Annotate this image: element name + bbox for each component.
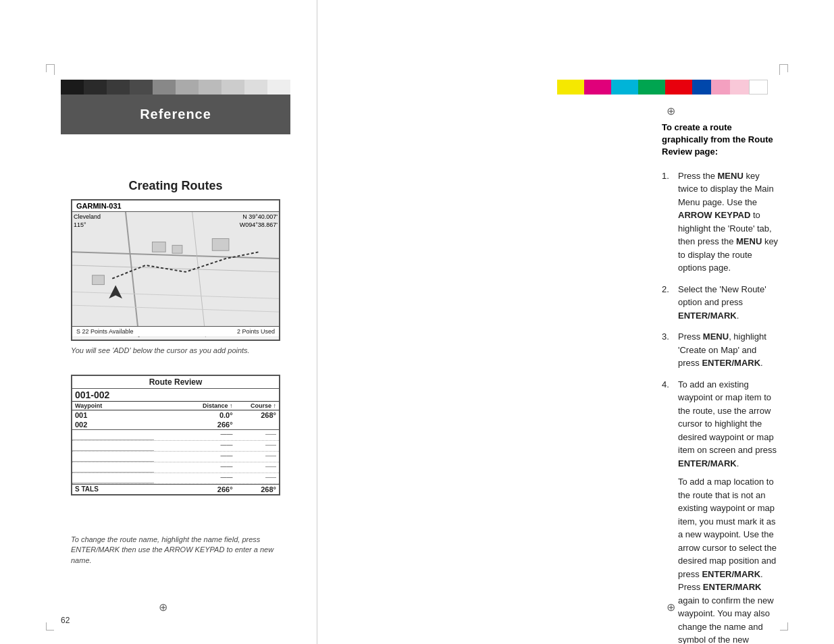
rr-empty-row-2: —— —— [72, 441, 279, 452]
left-panel: ⊕ ⊕ Reference Creating Routes GARMIN-031 [0, 0, 317, 644]
rr-empty-rows: —— —— —— —— —— —— —— —— [72, 429, 279, 484]
corner-tr [780, 64, 788, 72]
map-title: GARMIN-031 [76, 202, 122, 210]
col-header-course: Course ↑ [236, 402, 279, 410]
color-seg-6 [176, 80, 199, 95]
crosshair-bottom-left: ⊕ [159, 601, 167, 614]
rr-wp-2: 002 [72, 420, 154, 429]
rr-totals-label: S TALS [72, 485, 154, 494]
step-3-content: Press MENU, highlight 'Create on Map' an… [678, 330, 780, 370]
reference-header: Reference [61, 95, 290, 134]
crosshair-top-right: ⊕ [667, 105, 675, 117]
map-svg [72, 212, 279, 338]
cbr-magenta [584, 80, 611, 95]
rr-empty-row-1: —— —— [72, 430, 279, 441]
rr-route-num: 001-002 [75, 390, 109, 400]
rr-route-id: 001-002 [72, 389, 279, 402]
cbr-green [638, 80, 665, 95]
cbr-ltpink [730, 80, 749, 95]
color-seg-5 [153, 80, 176, 95]
step-1-content: Press the MENU key twice to display the … [678, 169, 780, 275]
step-2: 2. Select the 'New Route' option and pre… [662, 283, 780, 323]
svg-line-2 [126, 212, 139, 338]
step-1: 1. Press the MENU key twice to display t… [662, 169, 780, 275]
color-seg-3 [107, 80, 130, 95]
map-status-left: S 22 Points Available [76, 328, 133, 335]
svg-marker-6 [109, 286, 122, 299]
map-caption: You will see 'ADD' below the cursor as y… [71, 346, 280, 356]
color-seg-10 [267, 80, 290, 95]
color-seg-2 [84, 80, 107, 95]
map-title-bar: GARMIN-031 [72, 200, 279, 212]
corner-bl [46, 622, 54, 630]
rr-caption: To change the route name, highlight the … [71, 535, 280, 566]
route-review-table: Route Review 001-002 Waypoint Distance ↑… [71, 375, 280, 495]
svg-rect-7 [152, 242, 165, 252]
rr-course-1: 268° [236, 410, 279, 420]
right-content: To create a route graphically from the R… [662, 122, 780, 644]
step-2-num: 2. [662, 283, 678, 323]
map-status-bar: S 22 Points Available 2 Points Used [72, 326, 279, 336]
col-header-waypoint: Waypoint [72, 402, 154, 410]
step-1-num: 1. [662, 169, 678, 275]
reference-title: Reference [61, 107, 290, 122]
map-mockup: GARMIN-031 Cleveland 115° N 39°40.007' W… [71, 199, 280, 341]
map-body: Cleveland 115° N 39°40.007' W094°38.867' [72, 212, 279, 336]
rr-course-2 [236, 420, 279, 429]
steps-list: 1. Press the MENU key twice to display t… [662, 169, 780, 644]
vert-line-right [779, 64, 780, 75]
color-seg-7 [199, 80, 221, 95]
cbr-blue [692, 80, 711, 95]
step-4-content: To add an existing waypoint or map item … [678, 378, 780, 644]
svg-line-4 [72, 292, 279, 298]
rr-dist-1: 0.0° [154, 410, 236, 420]
corner-br [780, 622, 788, 630]
svg-rect-9 [212, 238, 229, 250]
rr-data-row-2: 002 266° [72, 420, 279, 429]
rr-wp-1: 001 [72, 410, 154, 420]
rr-empty-row-4: —— —— [72, 462, 279, 473]
section-title: Creating Routes [61, 179, 290, 193]
color-bar-right [557, 80, 773, 95]
corner-tl [46, 64, 54, 72]
right-panel: ⊕ ⊕ To create a route graphically from t… [317, 0, 834, 644]
vert-line-left [54, 64, 55, 75]
color-seg-1 [61, 80, 84, 95]
rr-col-headers: Waypoint Distance ↑ Course ↑ [72, 402, 279, 410]
rr-empty-row-5: —— —— [72, 473, 279, 484]
cbr-red [665, 80, 692, 95]
svg-rect-8 [172, 245, 182, 253]
rr-totals-course: 268° [236, 485, 279, 494]
page-number: 62 [61, 616, 70, 625]
col-header-distance: Distance ↑ [154, 402, 236, 410]
rr-empty-row-3: —— —— [72, 452, 279, 462]
color-seg-8 [221, 80, 244, 95]
cbr-yellow [557, 80, 584, 95]
step-2-content: Select the 'New Route' option and press … [678, 283, 780, 323]
step-3: 3. Press MENU, highlight 'Create on Map'… [662, 330, 780, 370]
svg-line-5 [72, 305, 279, 312]
svg-rect-10 [93, 275, 105, 285]
color-bar-left [61, 80, 290, 95]
step-4-sub: To add a map location to the route that … [678, 475, 780, 644]
page-container: ⊕ ⊕ Reference Creating Routes GARMIN-031 [0, 0, 834, 644]
svg-line-3 [192, 212, 206, 338]
step-4: 4. To add an existing waypoint or map it… [662, 378, 780, 644]
rr-title: Route Review [72, 376, 279, 389]
section-heading: To create a route graphically from the R… [662, 122, 780, 159]
cbr-white [749, 80, 768, 95]
rr-data-row-1: 001 0.0° 268° [72, 410, 279, 420]
map-status-right: 2 Points Used [237, 328, 275, 335]
color-seg-4 [130, 80, 153, 95]
step-4-num: 4. [662, 378, 678, 644]
rr-totals: S TALS 266° 268° [72, 484, 279, 494]
color-seg-9 [244, 80, 267, 95]
rr-totals-dist: 266° [154, 485, 236, 494]
cbr-cyan [611, 80, 638, 95]
rr-dist-2: 266° [154, 420, 236, 429]
step-3-num: 3. [662, 330, 678, 370]
cbr-pink [711, 80, 730, 95]
